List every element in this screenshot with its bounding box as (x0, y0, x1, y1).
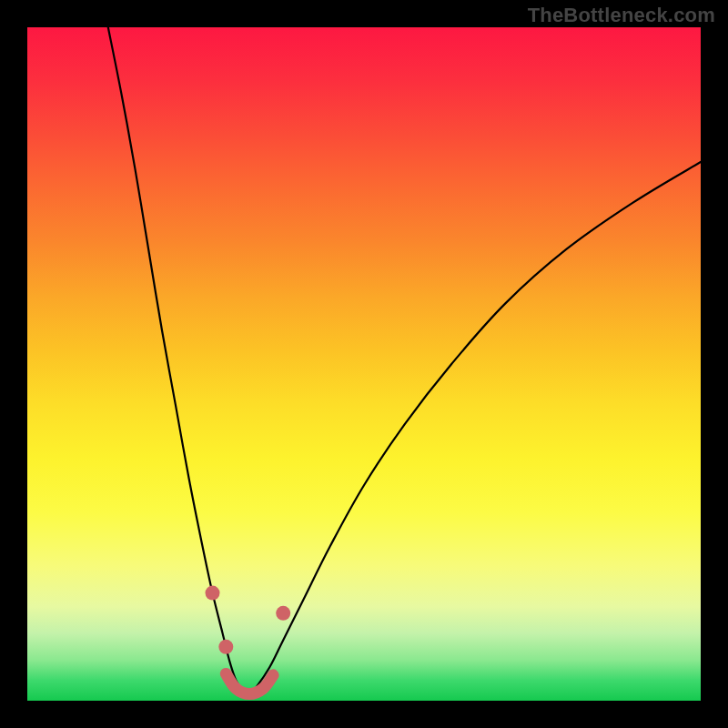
watermark-text: TheBottleneck.com (528, 4, 715, 27)
gradient-background (27, 27, 701, 701)
chart-frame: TheBottleneck.com (0, 0, 728, 728)
